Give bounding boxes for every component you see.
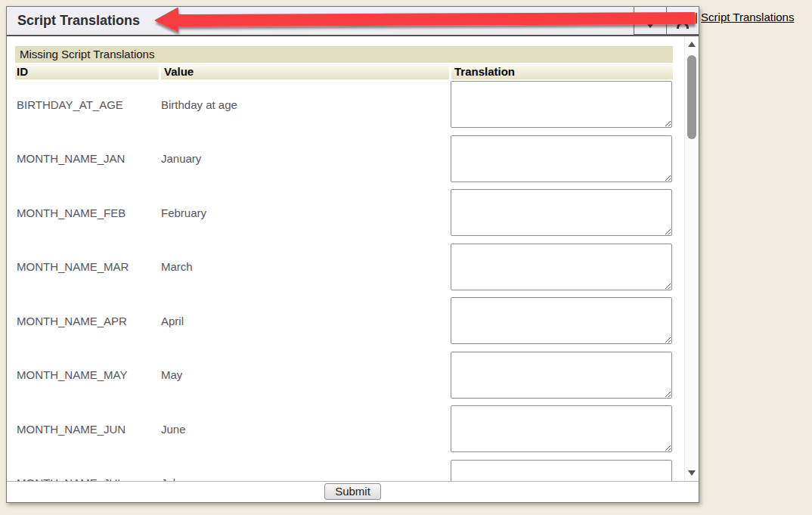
row-id: MONTH_NAME_APR: [15, 315, 161, 327]
submit-bar: Submit: [7, 481, 699, 501]
row-value: July: [161, 476, 451, 481]
translation-textarea[interactable]: [451, 352, 672, 399]
table-row: BIRTHDAY_AT_AGEBirthday at age: [15, 81, 684, 128]
column-header-row: ID Value Translation: [15, 64, 673, 79]
row-value: Birthday at age: [161, 98, 451, 111]
panel-header: Script Translations: [7, 7, 699, 36]
table-row: MONTH_NAME_JUNJune: [15, 405, 684, 452]
vertical-scrollbar[interactable]: [684, 36, 699, 481]
page: { "top_nav": { "separator": "|", "link_l…: [0, 0, 812, 515]
column-header-translation: Translation: [451, 64, 673, 79]
column-header-id: ID: [15, 64, 159, 79]
translation-textarea[interactable]: [451, 405, 672, 452]
row-value: April: [161, 315, 451, 327]
script-translations-panel: Script Translations Missing Script Trans…: [6, 6, 699, 503]
translation-textarea[interactable]: [451, 244, 672, 290]
row-id: MONTH_NAME_MAR: [15, 260, 161, 273]
row-id: MONTH_NAME_JUN: [15, 423, 161, 436]
row-id: BIRTHDAY_AT_AGE: [15, 98, 161, 111]
collapse-button[interactable]: [666, 7, 699, 35]
translation-textarea[interactable]: [451, 297, 672, 344]
row-value: February: [161, 206, 451, 219]
submit-button[interactable]: Submit: [324, 483, 381, 500]
row-id: MONTH_NAME_MAY: [15, 368, 161, 381]
translations-table: BIRTHDAY_AT_AGEBirthday at ageMONTH_NAME…: [15, 81, 684, 481]
row-id: MONTH_NAME_FEB: [15, 206, 161, 219]
table-row: MONTH_NAME_JANJanuary: [15, 135, 684, 182]
panel-title: Script Translations: [17, 13, 140, 29]
translation-textarea[interactable]: [451, 189, 672, 236]
row-value: June: [161, 423, 451, 436]
section-caption: Missing Script Translations: [15, 46, 673, 63]
translation-textarea[interactable]: [451, 81, 672, 128]
table-row: MONTH_NAME_FEBFebruary: [15, 189, 684, 236]
scrollbar-thumb[interactable]: [687, 55, 696, 139]
row-id: MONTH_NAME_JUL: [15, 476, 161, 481]
table-row: MONTH_NAME_APRApril: [15, 297, 684, 344]
translations-scroll-area: Missing Script Translations ID Value Tra…: [7, 36, 684, 481]
arc-icon: [677, 22, 689, 29]
top-nav: | Script Translations: [695, 11, 794, 23]
table-row: MONTH_NAME_MARMarch: [15, 244, 684, 290]
row-id: MONTH_NAME_JAN: [15, 152, 161, 165]
translation-textarea[interactable]: [451, 460, 672, 482]
translation-textarea[interactable]: [451, 135, 672, 182]
column-header-value: Value: [161, 64, 449, 79]
row-value: March: [161, 260, 451, 273]
table-row: MONTH_NAME_JULJuly: [15, 460, 684, 482]
table-row: MONTH_NAME_MAYMay: [15, 352, 684, 399]
caret-down-icon: [647, 24, 653, 28]
panel-header-buttons: [634, 7, 699, 35]
nav-separator: |: [695, 11, 698, 23]
script-translations-link[interactable]: Script Translations: [701, 11, 794, 23]
dropdown-button[interactable]: [634, 7, 666, 35]
panel-body: Missing Script Translations ID Value Tra…: [7, 36, 699, 481]
scroll-up-button[interactable]: [688, 42, 696, 47]
row-value: January: [161, 152, 451, 165]
scroll-down-button[interactable]: [688, 470, 696, 476]
row-value: May: [161, 368, 451, 381]
